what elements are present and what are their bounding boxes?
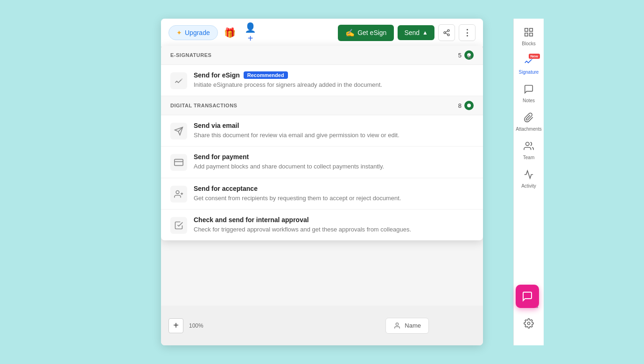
sidebar-item-team[interactable]: Team	[516, 137, 542, 164]
acceptance-title-row: Send for acceptance	[194, 185, 474, 192]
digital-transactions-badge: 8	[458, 101, 474, 110]
sidebar-item-attachments[interactable]: Attachments	[516, 109, 542, 135]
digital-transactions-count: 8	[458, 102, 462, 109]
sidebar-item-activity[interactable]: Activity	[516, 166, 542, 192]
signature-label: Signature	[519, 70, 539, 75]
esign-item-title: Send for eSign	[194, 71, 240, 79]
send-email-item[interactable]: Send via email Share this document for r…	[161, 115, 483, 147]
add-block-button[interactable]: +	[168, 318, 183, 333]
email-item-desc: Share this document for review via email…	[194, 131, 474, 140]
svg-rect-15	[525, 33, 528, 36]
blocks-label: Blocks	[522, 41, 535, 46]
svg-point-17	[526, 142, 529, 146]
svg-line-4	[446, 31, 448, 32]
send-label: Send	[404, 29, 420, 36]
svg-rect-14	[530, 28, 532, 31]
svg-point-12	[396, 323, 399, 325]
email-item-content: Send via email Share this document for r…	[194, 122, 474, 140]
activity-label: Activity	[521, 183, 536, 189]
digital-transactions-section-header: DIGITAL TRANSACTIONS 8	[161, 96, 483, 115]
notes-label: Notes	[523, 98, 535, 103]
internal-approval-item[interactable]: Check and send for internal approval Che…	[161, 210, 483, 240]
acceptance-item-content: Send for acceptance Get consent from rec…	[194, 185, 474, 203]
dropdown-panel: × E-SIGNATURES 5 Send for eSign Recom	[161, 46, 483, 240]
notes-icon	[524, 84, 534, 97]
payment-item-icon	[170, 154, 187, 171]
email-item-title: Send via email	[194, 122, 239, 129]
team-icon	[524, 141, 534, 154]
email-title-row: Send via email	[194, 122, 474, 129]
payment-title-row: Send for payment	[194, 153, 474, 161]
esign-title-row: Send for eSign Recommended	[194, 71, 474, 79]
svg-rect-13	[525, 28, 528, 31]
sidebar-item-notes[interactable]: Notes	[516, 80, 542, 107]
doc-bottom-area: + 100% Name	[161, 306, 483, 345]
chat-icon	[522, 291, 533, 302]
name-label: Name	[405, 322, 421, 329]
activity-icon	[524, 169, 534, 182]
svg-point-9	[176, 190, 179, 194]
svg-point-24	[527, 322, 530, 325]
esignatures-count: 5	[458, 52, 462, 59]
sidebar-item-settings[interactable]	[516, 315, 542, 336]
digital-transactions-dot	[464, 101, 474, 110]
main-container: ✦ Upgrade 🎁 👤+ ✍ Get eSign Send ▲ ⋮	[161, 19, 483, 345]
add-user-icon-button[interactable]: 👤+	[242, 24, 259, 41]
sidebar-item-blocks[interactable]: Blocks	[516, 23, 542, 50]
esign-item-icon	[170, 72, 187, 89]
acceptance-item-title: Send for acceptance	[194, 185, 258, 192]
more-options-button[interactable]: ⋮	[459, 24, 476, 41]
sidebar-item-signature[interactable]: New Signature	[516, 52, 542, 78]
email-item-icon	[170, 123, 187, 140]
settings-icon	[524, 318, 534, 331]
approval-item-icon	[170, 217, 187, 234]
toolbar-right: ✍ Get eSign Send ▲ ⋮	[338, 24, 476, 41]
digital-transactions-title: DIGITAL TRANSACTIONS	[170, 103, 237, 108]
upgrade-button[interactable]: ✦ Upgrade	[168, 25, 218, 40]
svg-point-2	[448, 34, 449, 36]
name-block: Name	[385, 318, 429, 334]
plus-icon: +	[173, 320, 179, 331]
approval-item-title: Check and send for internal approval	[194, 216, 309, 224]
svg-line-3	[446, 33, 448, 35]
approval-item-content: Check and send for internal approval Che…	[194, 216, 474, 234]
acceptance-item-icon	[170, 186, 187, 203]
toolbar: ✦ Upgrade 🎁 👤+ ✍ Get eSign Send ▲ ⋮	[161, 19, 483, 47]
attachments-label: Attachments	[516, 126, 542, 132]
esign-label: Get eSign	[357, 29, 386, 36]
approval-title-row: Check and send for internal approval	[194, 216, 474, 224]
esign-item-desc: Initiate eSignature process for signers …	[194, 81, 474, 89]
get-esign-button[interactable]: ✍ Get eSign	[338, 25, 394, 41]
esign-item-content: Send for eSign Recommended Initiate eSig…	[194, 71, 474, 89]
chevron-icon: ▲	[422, 29, 428, 36]
blocks-icon	[524, 27, 534, 40]
svg-point-1	[444, 32, 446, 34]
sparkle-icon: ✦	[176, 29, 182, 36]
upgrade-label: Upgrade	[185, 29, 210, 36]
svg-point-0	[448, 29, 449, 31]
svg-rect-7	[175, 160, 183, 166]
send-acceptance-item[interactable]: Send for acceptance Get consent from rec…	[161, 178, 483, 210]
svg-rect-16	[530, 33, 532, 36]
new-badge: New	[529, 54, 540, 59]
acceptance-item-desc: Get consent from recipients by requestin…	[194, 194, 474, 203]
close-button[interactable]: ×	[463, 50, 476, 64]
esignatures-title: E-SIGNATURES	[170, 52, 211, 58]
payment-item-title: Send for payment	[194, 153, 249, 161]
esignatures-section-header: E-SIGNATURES 5	[161, 46, 483, 65]
team-label: Team	[523, 155, 534, 160]
share-button[interactable]	[438, 24, 455, 41]
attachments-icon	[524, 112, 534, 125]
payment-item-desc: Add payment blocks and share document to…	[194, 162, 474, 171]
share-icon	[443, 29, 450, 36]
send-button[interactable]: Send ▲	[398, 25, 434, 40]
gift-icon-button[interactable]: 🎁	[222, 24, 238, 41]
floating-action-button[interactable]	[516, 285, 539, 308]
esign-icon: ✍	[345, 28, 355, 37]
payment-item-content: Send for payment Add payment blocks and …	[194, 153, 474, 171]
send-esign-item[interactable]: Send for eSign Recommended Initiate eSig…	[161, 65, 483, 96]
recommended-badge: Recommended	[244, 71, 288, 79]
zoom-level: 100%	[189, 322, 203, 329]
send-payment-item[interactable]: Send for payment Add payment blocks and …	[161, 147, 483, 178]
digital-transactions-dot-inner	[467, 104, 471, 107]
